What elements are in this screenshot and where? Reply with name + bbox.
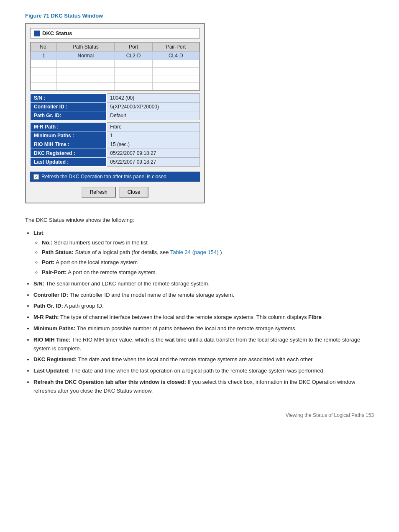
label-riomih: RIO MIH Time :: [31, 140, 107, 149]
col-path-status: Path Status: [57, 43, 115, 51]
sub-item-port: Port: A port on the local storage system: [42, 258, 374, 267]
info-row-minpaths: Minimum Paths : 1: [31, 131, 200, 140]
value-mrpath: Fibre: [107, 123, 200, 131]
text-mrpath-after: .: [323, 314, 325, 320]
term-list-colon: :: [43, 230, 45, 236]
text-pairport: A port on the remote storage system.: [68, 269, 157, 275]
text-dkcreg: The date and time when the local and the…: [78, 356, 314, 362]
term-riomih: RIO MIH Time:: [33, 337, 71, 343]
info-grid: S/N : 10042 (00) Controller ID : 5(XP240…: [30, 93, 200, 167]
description-section: The DKC Status window shows the followin…: [25, 216, 374, 396]
refresh-checkbox[interactable]: [33, 174, 39, 180]
term-pathstatus: Path Status:: [42, 249, 74, 255]
value-minpaths: 1: [107, 131, 200, 140]
term-refreshcheckbox: Refresh the DKC Operation tab after this…: [33, 379, 186, 385]
page-footer: Viewing the Status of Logical Paths 153: [25, 412, 374, 418]
table-row-empty-2: [31, 68, 200, 75]
info-row-dkcreg: DKC Registered : 05/22/2007 09:18:27: [31, 149, 200, 158]
col-port: Port: [115, 43, 152, 51]
cell-path-status: Normal: [57, 51, 115, 60]
term-lastupdated: Last Updated:: [33, 368, 70, 374]
refresh-button[interactable]: Refresh: [82, 187, 116, 198]
footer-text: Viewing the Status of Logical Paths 153: [286, 412, 374, 418]
term-sn: S/N:: [33, 280, 44, 287]
text-mrpath-fibre: Fibre: [308, 314, 322, 320]
bullet-minpaths: Minimum Paths: The minimum possible numb…: [33, 324, 374, 333]
figure-title: Figure 71 DKC Status Window: [25, 13, 374, 19]
label-lastupdated: Last Updated :: [31, 158, 107, 167]
refresh-checkbox-row[interactable]: Refresh the DKC Operation tab after this…: [30, 172, 200, 182]
label-minpaths: Minimum Paths :: [31, 131, 107, 140]
bullet-dkcreg: DKC Registered: The date and time when t…: [33, 355, 374, 364]
info-row-pathgr: Path Gr. ID: Default: [31, 111, 200, 120]
value-lastupdated: 05/22/2007 09:18:27: [107, 158, 200, 167]
dkc-title-icon: [34, 31, 40, 36]
value-dkcreg: 05/22/2007 09:18:27: [107, 149, 200, 158]
bullet-lastupdated: Last Updated: The date and time when the…: [33, 367, 374, 375]
info-row-controller: Controller ID : 5(XP24000/XP20000): [31, 103, 200, 111]
text-riomih: The RIO MIH timer value, which is the wa…: [33, 337, 360, 352]
table-header-row: No. Path Status Port Pair-Port: [31, 43, 200, 51]
term-pathgrid: Path Gr. ID:: [33, 303, 63, 309]
text-pathstatus-after: ): [220, 249, 222, 255]
sub-item-pathstatus: Path Status: Status of a logical path (f…: [42, 248, 374, 257]
text-pathstatus: Status of a logical path (for details, s…: [75, 249, 170, 255]
refresh-checkbox-label: Refresh the DKC Operation tab after this…: [41, 174, 166, 180]
sub-item-pairport: Pair-Port: A port on the remote storage …: [42, 268, 374, 277]
label-dkcreg: DKC Registered :: [31, 149, 107, 158]
text-minpaths: The minimum possible number of paths bet…: [77, 325, 297, 332]
cell-no: 1: [31, 51, 57, 60]
text-sn: The serial number and LDKC number of the…: [46, 280, 210, 287]
sub-item-no: No.: Serial numbers used for rows in the…: [42, 239, 374, 247]
bullet-sn: S/N: The serial number and LDKC number o…: [33, 280, 374, 288]
term-no: No.:: [42, 239, 52, 246]
value-riomih: 15 (sec.): [107, 140, 200, 149]
term-port: Port:: [42, 259, 54, 265]
label-mrpath: M-R Path :: [31, 123, 107, 131]
info-row-riomih: RIO MIH Time : 15 (sec.): [31, 140, 200, 149]
dkc-title-label: DKC Status: [42, 30, 72, 36]
text-controllerid: The controller ID and the model name of …: [69, 292, 234, 298]
info-row-lastupdated: Last Updated : 05/22/2007 09:18:27: [31, 158, 200, 167]
col-pair-port: Pair-Port: [152, 43, 199, 51]
dkc-table-container: No. Path Status Port Pair-Port 1 Normal …: [30, 42, 200, 91]
main-bullet-list: List: No.: Serial numbers used for rows …: [33, 229, 374, 396]
close-button[interactable]: Close: [119, 187, 149, 198]
bullet-pathgrid: Path Gr. ID: A path group ID.: [33, 302, 374, 311]
link-table34[interactable]: Table 34 (page 154): [170, 249, 219, 255]
bullet-controllerid: Controller ID: The controller ID and the…: [33, 291, 374, 300]
dkc-titlebar: DKC Status: [30, 28, 200, 39]
bullet-mrpath: M-R Path: The type of channel interface …: [33, 313, 374, 322]
dkc-status-window: DKC Status No. Path Status Port Pair-Por…: [25, 23, 205, 203]
term-pairport: Pair-Port:: [42, 269, 66, 275]
info-row-mrpath: M-R Path : Fibre: [31, 123, 200, 131]
bullet-list: List: No.: Serial numbers used for rows …: [33, 229, 374, 277]
table-row-empty-3: [31, 75, 200, 83]
button-row: Refresh Close: [30, 185, 200, 198]
text-pathgrid: A path group ID.: [64, 303, 104, 309]
table-row-empty-1: [31, 60, 200, 68]
value-pathgr: Default: [107, 111, 200, 120]
cell-port: CL2-D: [115, 51, 152, 60]
value-controller: 5(XP24000/XP20000): [107, 103, 200, 111]
label-sn: S/N :: [31, 94, 107, 103]
term-mrpath: M-R Path:: [33, 314, 59, 320]
text-lastupdated: The date and time when the last operatio…: [71, 368, 325, 374]
label-pathgr: Path Gr. ID:: [31, 111, 107, 120]
term-list: List: [33, 230, 43, 236]
path-table: No. Path Status Port Pair-Port 1 Normal …: [31, 42, 200, 90]
value-sn: 10042 (00): [107, 94, 200, 103]
cell-pair-port: CL4-D: [152, 51, 199, 60]
col-no: No.: [31, 43, 57, 51]
term-dkcreg: DKC Registered:: [33, 356, 77, 362]
bullet-refreshcheckbox: Refresh the DKC Operation tab after this…: [33, 378, 374, 396]
term-controllerid: Controller ID:: [33, 292, 68, 298]
desc-intro: The DKC Status window shows the followin…: [25, 216, 374, 225]
text-no: Serial numbers used for rows in the list: [54, 239, 148, 246]
term-minpaths: Minimum Paths:: [33, 325, 75, 332]
table-row[interactable]: 1 Normal CL2-D CL4-D: [31, 51, 200, 60]
info-row-sn: S/N : 10042 (00): [31, 94, 200, 103]
text-mrpath: The type of channel interface between th…: [60, 314, 308, 320]
sub-list-list: No.: Serial numbers used for rows in the…: [42, 239, 374, 277]
table-row-empty-4: [31, 83, 200, 90]
